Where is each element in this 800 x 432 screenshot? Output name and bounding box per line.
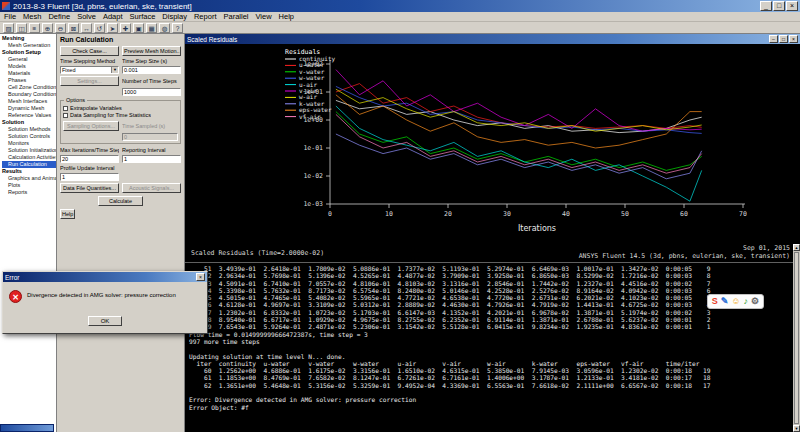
menu-view[interactable]: View — [255, 12, 271, 21]
maximize-button[interactable]: □ — [773, 1, 785, 11]
max-iterations-label: Max Iterations/Time Step — [60, 147, 119, 153]
time-step-size-input[interactable]: 0.001 — [122, 66, 181, 74]
fit-view-icon[interactable]: ⊠ — [68, 23, 79, 33]
menu-display[interactable]: Display — [162, 12, 187, 21]
help-icon[interactable]: ? — [172, 23, 183, 33]
background-window-fragment[interactable] — [0, 424, 54, 432]
plot-maximize-button[interactable]: □ — [779, 35, 788, 43]
journal-icon[interactable]: ≡ — [29, 23, 40, 33]
pointer-icon[interactable]: ➤ — [107, 23, 118, 33]
sogou-logo-icon[interactable]: S — [712, 295, 718, 308]
settings-gear-icon[interactable]: ⚙ — [751, 295, 759, 308]
views-icon[interactable]: ◍ — [159, 23, 170, 33]
probe-icon[interactable]: ✚ — [120, 23, 131, 33]
open-icon[interactable]: ▨ — [3, 23, 14, 33]
tree-item-dynamic-mesh[interactable]: Dynamic Mesh — [2, 105, 56, 112]
ok-button[interactable]: OK — [88, 316, 123, 326]
tree-item-reports[interactable]: Reports — [2, 189, 56, 196]
extrapolate-variables-checkbox[interactable]: Extrapolate Variables — [63, 105, 178, 111]
menu-solve[interactable]: Solve — [77, 12, 96, 21]
checkbox-icon[interactable] — [63, 113, 68, 118]
help-button[interactable]: Help — [60, 209, 75, 219]
tree-item-solution-methods[interactable]: Solution Methods — [2, 126, 56, 133]
ime-toolbar[interactable]: S✎☺♪⚙ — [707, 294, 764, 309]
reporting-interval-input[interactable]: 1 — [122, 155, 181, 163]
save-icon[interactable]: ◫ — [16, 23, 27, 33]
time-stepping-method-select[interactable]: Fixed ▼ — [60, 66, 119, 74]
fluent-window: 2013-8-3 Fluent [3d, pbns, eulerian, ske… — [0, 0, 800, 432]
chevron-down-icon[interactable]: ▼ — [111, 67, 118, 73]
tree-section-results[interactable]: Results — [2, 168, 56, 175]
plot-window-titlebar[interactable]: Scaled Residuals – □ × — [185, 34, 800, 44]
scroll-thumb[interactable] — [794, 252, 799, 424]
settings-button[interactable]: Settings... — [60, 76, 119, 86]
pan-icon[interactable]: ↔ — [81, 23, 92, 33]
tree-item-general[interactable]: General — [2, 56, 56, 63]
data-sampling-checkbox[interactable]: Data Sampling for Time Statistics — [63, 112, 178, 118]
tree-item-cell-zone-conditions[interactable]: Cell Zone Conditions — [2, 84, 56, 91]
check-case-button[interactable]: Check Case... — [60, 46, 119, 56]
menu-file[interactable]: File — [4, 12, 16, 21]
number-of-time-steps-input[interactable]: 1000 — [122, 88, 181, 96]
menu-mesh[interactable]: Mesh — [23, 12, 41, 21]
rotate-view-icon[interactable]: ↺ — [94, 23, 105, 33]
tree-item-boundary-conditions[interactable]: Boundary Conditions — [2, 91, 56, 98]
menu-adapt[interactable]: Adapt — [103, 12, 123, 21]
acoustic-signals-button[interactable]: Acoustic Signals... — [122, 183, 181, 193]
y-tick-label: 1e-01 — [303, 144, 323, 152]
tree-section-meshing[interactable]: Meshing — [2, 35, 56, 42]
error-dialog-title: Error — [5, 274, 19, 281]
tree-item-monitors[interactable]: Monitors — [2, 140, 56, 147]
scroll-down-icon[interactable]: ▼ — [793, 425, 800, 432]
emoji-icon[interactable]: ☺ — [731, 295, 740, 308]
console-line: iter continuity u-water v-water w-water … — [189, 360, 790, 367]
profile-update-interval-input[interactable]: 1 — [60, 173, 119, 181]
menu-surface[interactable]: Surface — [130, 12, 156, 21]
scroll-up-icon[interactable]: ▲ — [793, 244, 800, 251]
minimize-button[interactable]: _ — [760, 1, 772, 11]
tree-section-solution-setup[interactable]: Solution Setup — [2, 49, 56, 56]
error-dialog-titlebar[interactable]: Error × — [3, 272, 207, 282]
plot-minimize-button[interactable]: – — [769, 35, 778, 43]
checkbox-icon[interactable] — [63, 106, 68, 111]
console-scrollbar[interactable]: ▲ ▼ — [793, 244, 800, 432]
console-line: 55 4.5015e-01 4.7465e-01 5.4082e-02 5.59… — [189, 294, 790, 301]
music-icon[interactable]: ♪ — [743, 295, 748, 308]
plot-close-button[interactable]: × — [789, 35, 798, 43]
menu-bar: FileMeshDefineSolveAdaptSurfaceDisplayRe… — [0, 12, 800, 22]
tree-item-mesh-generation[interactable]: Mesh Generation — [2, 42, 56, 49]
tree-item-phases[interactable]: Phases — [2, 77, 56, 84]
preview-mesh-motion-button[interactable]: Preview Mesh Motion... — [122, 46, 181, 56]
console-line: 59 7.6543e-01 5.9264e-01 2.4871e-02 5.23… — [189, 323, 790, 330]
copy-icon[interactable]: ▣ — [133, 23, 144, 33]
zoom-out-icon[interactable]: ⊖ — [55, 23, 66, 33]
calculate-button[interactable]: Calculate — [98, 196, 143, 206]
console-output[interactable]: 51 3.4939e-01 2.6418e-01 1.7809e-02 5.08… — [185, 263, 800, 432]
close-button[interactable]: × — [786, 1, 798, 11]
pen-icon[interactable]: ✎ — [721, 295, 729, 308]
tree-item-solution-controls[interactable]: Solution Controls — [2, 133, 56, 140]
tree-item-plots[interactable]: Plots — [2, 182, 56, 189]
data-file-quantities-button[interactable]: Data File Quantities... — [60, 183, 119, 193]
tree-item-calculation-activities[interactable]: Calculation Activities — [2, 154, 56, 161]
x-tick-label: 30 — [503, 210, 511, 218]
residuals-plot-svg: 1e+021e+011e+001e-011e-021e-030102030405… — [185, 44, 800, 244]
tree-item-mesh-interfaces[interactable]: Mesh Interfaces — [2, 98, 56, 105]
tree-item-reference-values[interactable]: Reference Values — [2, 112, 56, 119]
tree-item-graphics-and-animations[interactable]: Graphics and Animations — [2, 175, 56, 182]
tree-section-solution[interactable]: Solution — [2, 119, 56, 126]
sampling-options-button[interactable]: Sampling Options... — [63, 121, 119, 131]
error-dialog-close-button[interactable]: × — [196, 273, 205, 281]
zoom-in-icon[interactable]: ⊕ — [42, 23, 53, 33]
window-titlebar[interactable]: 2013-8-3 Fluent [3d, pbns, eulerian, ske… — [0, 0, 800, 12]
tree-item-materials[interactable]: Materials — [2, 70, 56, 77]
tree-item-solution-initialization[interactable]: Solution Initialization — [2, 147, 56, 154]
max-iterations-input[interactable]: 20 — [60, 155, 119, 163]
tree-item-run-calculation[interactable]: Run Calculation — [2, 161, 56, 168]
menu-define[interactable]: Define — [48, 12, 70, 21]
grid-icon[interactable]: ▦ — [146, 23, 157, 33]
menu-report[interactable]: Report — [194, 12, 217, 21]
tree-item-models[interactable]: Models — [2, 63, 56, 70]
menu-help[interactable]: Help — [279, 12, 294, 21]
menu-parallel[interactable]: Parallel — [223, 12, 248, 21]
